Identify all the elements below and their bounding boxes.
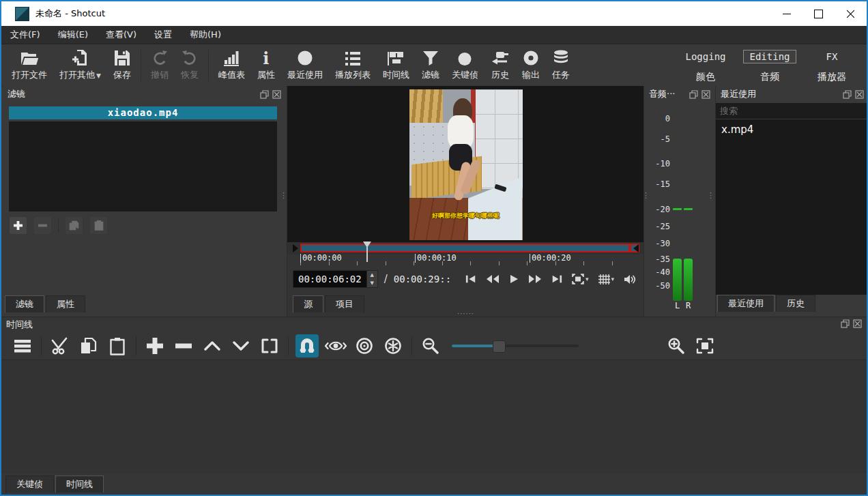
slider-handle[interactable] (493, 340, 506, 353)
splitter-grip[interactable]: ⋮ (707, 194, 714, 197)
time-ruler[interactable]: 00:00:00 00:00:10 00:00:20 (300, 254, 639, 265)
float-panel-icon[interactable] (841, 319, 850, 328)
skip-to-end-button[interactable] (547, 271, 567, 287)
paste-button[interactable] (106, 334, 129, 358)
redo-button[interactable]: 恢复 (175, 48, 205, 83)
menu-edit[interactable]: 编辑(E) (49, 26, 97, 44)
snap-toggle-button[interactable] (295, 334, 319, 358)
paste-filters-button[interactable] (89, 216, 108, 235)
tab-filters[interactable]: 滤镜 (5, 295, 44, 312)
zoom-fit-player-button[interactable]: ▾ (567, 271, 594, 287)
fast-forward-button[interactable] (523, 271, 547, 287)
cut-button[interactable] (48, 334, 72, 358)
undo-button[interactable]: 撤销 (145, 48, 175, 83)
menu-settings[interactable]: 设置 (145, 26, 181, 44)
spin-down-icon[interactable]: ▼ (367, 279, 377, 287)
add-filter-button[interactable] (9, 216, 27, 235)
tab-timeline[interactable]: 时间线 (55, 476, 104, 493)
scrubber-bar[interactable] (300, 244, 639, 252)
recent-panel: 最近使用 x.mp4 最近使用 历史 (715, 86, 868, 317)
position-spinner[interactable]: ▲ ▼ (366, 271, 377, 287)
play-button[interactable] (504, 271, 523, 287)
ruler-label: 00:00:00 (300, 254, 342, 263)
layout-fx-button[interactable]: FX (821, 50, 843, 63)
search-input[interactable] (716, 103, 868, 119)
recent-button[interactable]: 最近使用 (281, 48, 329, 83)
playlist-button[interactable]: 播放列表 (329, 48, 377, 83)
timeline-button[interactable]: 时间线 (377, 48, 416, 83)
db-label: -25 (644, 222, 670, 231)
jobs-button[interactable]: 任务 (546, 48, 576, 83)
copy-button[interactable] (77, 334, 100, 358)
filters-button[interactable]: 滤镜 (416, 48, 446, 83)
float-panel-icon[interactable] (689, 90, 698, 99)
close-panel-icon[interactable] (853, 319, 862, 328)
current-position-spinbox[interactable]: 00:00:06:02 ▲ ▼ (293, 270, 378, 288)
layout-editing-button[interactable]: Editing (743, 50, 796, 63)
open-other-button[interactable]: 打开其他▼ (53, 48, 107, 83)
splitter-handle[interactable]: ······ (457, 311, 474, 317)
tab-project[interactable]: 项目 (325, 295, 364, 312)
menu-view[interactable]: 查看(V) (97, 26, 145, 44)
close-panel-icon[interactable] (855, 90, 864, 99)
menu-file[interactable]: 文件(F) (1, 26, 49, 44)
tab-keyframes[interactable]: 关键侦 (5, 476, 54, 493)
lift-button[interactable] (201, 334, 224, 358)
tab-source[interactable]: 源 (293, 295, 323, 312)
filter-list[interactable] (9, 121, 277, 211)
filters-panel-header: 滤镜 (3, 86, 286, 102)
timeline-tracks-area[interactable] (1, 360, 867, 473)
timeline-toolbar-separator (411, 336, 412, 355)
tab-recent[interactable]: 最近使用 (717, 295, 775, 312)
export-button[interactable]: 输出 (516, 48, 546, 83)
menu-help[interactable]: 帮助(H) (181, 26, 230, 44)
list-item[interactable]: x.mp4 (716, 119, 868, 140)
copy-filters-button[interactable] (65, 216, 83, 235)
float-panel-icon[interactable] (843, 90, 852, 99)
layout-player-button[interactable]: 播放器 (812, 70, 852, 84)
trim-out-handle[interactable] (633, 244, 639, 252)
close-panel-icon[interactable] (272, 90, 281, 99)
overwrite-button[interactable] (229, 334, 252, 358)
layout-color-button[interactable]: 颜色 (691, 70, 721, 84)
keyframes-button[interactable]: 关键侦 (446, 48, 484, 83)
tab-properties[interactable]: 属性 (46, 295, 85, 312)
close-button[interactable] (835, 1, 867, 26)
save-button[interactable]: 保存 (107, 48, 137, 83)
trim-in-handle[interactable] (293, 244, 298, 252)
timeline-zoom-slider[interactable] (452, 340, 579, 351)
zoom-out-button[interactable] (419, 334, 442, 358)
splitter-grip[interactable]: ⋮ (642, 194, 650, 197)
shotcut-window: 未命名 - Shotcut 文件(F) 编辑(E) 查看(V) 设置 帮助(H)… (0, 0, 868, 496)
out-point-marker[interactable] (628, 244, 631, 252)
close-panel-icon[interactable] (701, 90, 710, 99)
minimize-button[interactable] (770, 1, 802, 26)
remove-filter-button[interactable] (33, 216, 52, 235)
center-playhead-button[interactable] (353, 334, 376, 358)
timeline-menu-button[interactable] (11, 334, 34, 358)
history-button[interactable]: 历史 (484, 48, 516, 83)
maximize-button[interactable] (802, 1, 835, 26)
rewind-button[interactable] (481, 271, 504, 287)
spin-up-icon[interactable]: ▲ (367, 271, 377, 279)
position-duration-separator: / (384, 273, 388, 285)
peak-meter-button[interactable]: 峰值表 (212, 48, 251, 83)
current-position-value[interactable]: 00:00:06:02 (293, 271, 366, 287)
zoom-fit-timeline-button[interactable] (693, 334, 717, 358)
scrub-while-dragging-button[interactable] (324, 334, 347, 358)
skip-to-start-button[interactable] (461, 271, 481, 287)
zoom-in-button[interactable] (665, 334, 688, 358)
ripple-delete-button[interactable] (172, 334, 195, 358)
grid-button[interactable]: ▾ (594, 271, 620, 287)
split-button[interactable] (258, 334, 281, 358)
redo-icon (181, 49, 199, 67)
append-button[interactable] (143, 334, 167, 358)
properties-button[interactable]: i 属性 (251, 48, 281, 83)
float-panel-icon[interactable] (260, 90, 269, 99)
layout-audio-button[interactable]: 音频 (755, 70, 785, 84)
ripple-all-tracks-button[interactable] (381, 334, 405, 358)
tab-history[interactable]: 历史 (776, 295, 815, 312)
open-file-button[interactable]: 打开文件 (5, 48, 53, 83)
volume-button[interactable] (619, 271, 641, 287)
layout-logging-button[interactable]: Logging (680, 50, 731, 63)
